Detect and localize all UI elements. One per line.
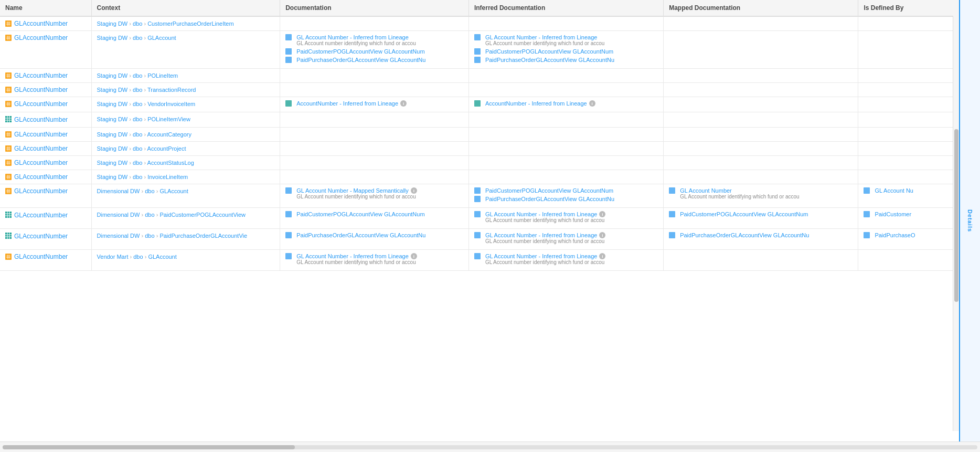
context-link[interactable]: Staging DW [97, 35, 128, 41]
field-name-link[interactable]: GLAccountNumber [14, 145, 68, 152]
context-link[interactable]: TransactionRecord [147, 87, 196, 93]
context-link[interactable]: dbo [145, 212, 154, 218]
horizontal-scrollbar-area[interactable] [0, 442, 980, 452]
doc-title[interactable]: PaidPurchaseO [875, 232, 915, 238]
field-name-link[interactable]: GLAccountNumber [14, 34, 68, 41]
field-name-link[interactable]: GLAccountNumber [14, 187, 68, 195]
context-link[interactable]: Dimensional DW [97, 212, 140, 218]
context-link[interactable]: POLineItem [147, 72, 178, 79]
context-link[interactable]: dbo [145, 188, 154, 194]
doc-title[interactable]: PaidCustomerPOGLAccountView GLAccountNum [485, 187, 613, 194]
name-cell: GLAccountNumber [0, 83, 91, 97]
context-link[interactable]: dbo [133, 254, 143, 260]
doc-title[interactable]: AccountNumber - Inferred from Lineage [485, 100, 587, 107]
context-link[interactable]: Staging DW [97, 20, 128, 27]
svg-rect-50 [6, 189, 10, 193]
info-icon[interactable]: i [400, 100, 407, 107]
field-name-link[interactable]: GLAccountNumber [14, 253, 68, 260]
context-path: Staging DW › dbo › VendorInvoiceItem [97, 101, 196, 107]
context-link[interactable]: Staging DW [97, 72, 128, 79]
context-link[interactable]: AccountStatusLog [147, 160, 194, 166]
context-link[interactable]: PaidCustomerPOGLAccountView [159, 212, 246, 218]
context-link[interactable]: dbo [133, 87, 142, 93]
doc-title[interactable]: GL Account Number - Inferred from Lineag… [485, 34, 598, 40]
field-name-link[interactable]: GLAccountNumber [14, 173, 68, 181]
context-link[interactable]: Staging DW [97, 145, 128, 152]
context-link[interactable]: PaidPurchaseOrderGLAccountVie [159, 233, 247, 239]
doc-title[interactable]: PaidPurchaseOrderGLAccountView GLAccount… [485, 196, 614, 202]
doc-title[interactable]: PaidCustomer [875, 211, 911, 217]
field-name-link[interactable]: GLAccountNumber [14, 212, 68, 219]
inferred-cell: GL Account Number - Inferred from Lineag… [468, 229, 663, 250]
field-name-link[interactable]: GLAccountNumber [14, 131, 68, 138]
context-link[interactable]: GLAccount [147, 35, 176, 41]
field-name-link[interactable]: GLAccountNumber [14, 233, 68, 240]
doc-title[interactable]: GL Account Number - Inferred from Lineag… [485, 211, 598, 217]
doc-title[interactable]: PaidCustomerPOGLAccountView GLAccountNum [296, 211, 424, 217]
mapped-cell [664, 97, 858, 112]
field-name-link[interactable]: GLAccountNumber [14, 159, 68, 166]
doc-title[interactable]: PaidCustomerPOGLAccountView GLAccountNum [680, 211, 808, 217]
table-container[interactable]: Name Context Documentation Inferred Docu… [0, 0, 980, 442]
context-link[interactable]: dbo [133, 72, 142, 79]
doc-title[interactable]: AccountNumber - Inferred from Lineage [296, 100, 398, 107]
doc-title[interactable]: GL Account Number - Inferred from Lineag… [485, 232, 598, 238]
context-link[interactable]: dbo [133, 145, 142, 152]
doc-title[interactable]: PaidPurchaseOrderGLAccountView GLAccount… [296, 232, 425, 238]
doc-subtitle: GL Account number identifying which fund… [296, 40, 416, 46]
context-link[interactable]: dbo [133, 131, 142, 138]
name-cell: GLAccountNumber [0, 128, 91, 142]
doc-title[interactable]: PaidPurchaseOrderGLAccountView GLAccount… [485, 57, 614, 63]
field-name-link[interactable]: GLAccountNumber [14, 116, 68, 123]
inferred-cell: GL Account Number - Inferred from Lineag… [468, 31, 663, 69]
context-link[interactable]: GLAccount [159, 188, 188, 194]
context-link[interactable]: Dimensional DW [97, 188, 140, 194]
context-link[interactable]: dbo [133, 35, 142, 41]
doc-title[interactable]: GL Account Nu [875, 187, 913, 194]
context-link[interactable]: InvoiceLineItem [147, 174, 188, 180]
info-icon[interactable]: i [589, 100, 595, 107]
context-link[interactable]: Vendor Mart [97, 254, 129, 260]
context-link[interactable]: Staging DW [97, 131, 128, 138]
context-link[interactable]: dbo [133, 101, 142, 107]
context-link[interactable]: dbo [133, 174, 142, 180]
doc-title[interactable]: GL Account Number - Mapped Semantically [296, 187, 409, 194]
field-name-link[interactable]: GLAccountNumber [14, 72, 68, 79]
context-link[interactable]: Dimensional DW [97, 233, 140, 239]
context-link[interactable]: AccountProject [147, 145, 186, 152]
doc-title[interactable]: PaidCustomerPOGLAccountView GLAccountNum [296, 48, 424, 55]
context-link[interactable]: POLineItemView [147, 116, 190, 122]
context-link[interactable]: Staging DW [97, 116, 128, 122]
doc-title[interactable]: PaidCustomerPOGLAccountView GLAccountNum [485, 48, 613, 55]
context-link[interactable]: dbo [133, 116, 142, 122]
vertical-scrollbar[interactable] [953, 0, 959, 431]
context-link[interactable]: VendorInvoiceItem [147, 101, 195, 107]
context-link[interactable]: Staging DW [97, 174, 128, 180]
doc-title[interactable]: GL Account Number - Inferred from Lineag… [296, 253, 409, 259]
context-link[interactable]: dbo [133, 160, 142, 166]
info-icon[interactable]: i [599, 232, 605, 238]
info-icon[interactable]: i [411, 187, 417, 194]
context-link[interactable]: Staging DW [97, 101, 128, 107]
context-link[interactable]: Staging DW [97, 87, 128, 93]
info-icon[interactable]: i [599, 211, 605, 217]
field-name-link[interactable]: GLAccountNumber [14, 20, 68, 27]
doc-title[interactable]: GL Account Number - Inferred from Lineag… [296, 34, 409, 40]
context-link[interactable]: Staging DW [97, 160, 128, 166]
info-icon[interactable]: i [599, 253, 605, 259]
context-link[interactable]: dbo [133, 20, 142, 27]
field-name-link[interactable]: GLAccountNumber [14, 100, 68, 108]
context-link[interactable]: dbo [145, 233, 154, 239]
context-link[interactable]: CustomerPurchaseOrderLineItem [147, 20, 233, 27]
details-panel[interactable]: Details [959, 0, 980, 442]
context-link[interactable]: GLAccount [148, 254, 176, 260]
doc-title[interactable]: GL Account Number [680, 187, 732, 194]
info-icon[interactable]: i [411, 253, 417, 259]
documentation-cell [280, 83, 469, 97]
context-link[interactable]: AccountCategory [147, 131, 191, 138]
doc-entry: PaidPurchaseOrderGLAccountView GLAccount… [474, 57, 658, 63]
doc-title[interactable]: PaidPurchaseOrderGLAccountView GLAccount… [680, 232, 809, 238]
field-name-link[interactable]: GLAccountNumber [14, 86, 68, 93]
doc-title[interactable]: PaidPurchaseOrderGLAccountView GLAccount… [296, 57, 425, 63]
doc-title[interactable]: GL Account Number - Inferred from Lineag… [485, 253, 598, 259]
